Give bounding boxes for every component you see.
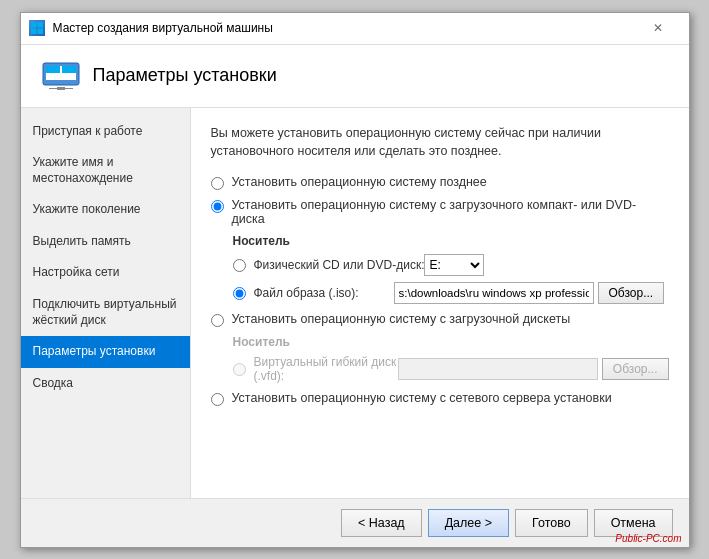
- radio-physical[interactable]: [233, 259, 246, 272]
- sidebar-item-mem[interactable]: Выделить память: [21, 226, 190, 258]
- label-floppy[interactable]: Установить операционную систему с загруз…: [232, 312, 571, 326]
- radio-later[interactable]: [211, 177, 224, 190]
- window-footer: < Назад Далее > Готово Отмена: [21, 498, 689, 547]
- window-body: Приступая к работе Укажите имя и местона…: [21, 108, 689, 498]
- iso-browse-button[interactable]: Обзор...: [598, 282, 665, 304]
- label-later[interactable]: Установить операционную систему позднее: [232, 175, 487, 189]
- header-icon: [41, 61, 81, 91]
- svg-rect-7: [62, 66, 76, 73]
- titlebar: Мастер создания виртуальной машины ✕: [21, 13, 689, 45]
- sidebar-item-net[interactable]: Настройка сети: [21, 257, 190, 289]
- floppy-sub-label: Носитель: [233, 335, 669, 349]
- sidebar-item-summary[interactable]: Сводка: [21, 368, 190, 400]
- sidebar-item-disk[interactable]: Подключить виртуальный жёсткий диск: [21, 289, 190, 336]
- svg-rect-3: [37, 29, 43, 35]
- window-title: Мастер создания виртуальной машины: [53, 21, 635, 35]
- svg-rect-6: [46, 66, 60, 73]
- option-floppy[interactable]: Установить операционную систему с загруз…: [211, 312, 669, 327]
- app-icon: [29, 20, 45, 36]
- vfd-path-input: [398, 358, 598, 380]
- cdrom-sub-label: Носитель: [233, 234, 669, 248]
- content-area: Вы можете установить операционную систем…: [191, 108, 689, 498]
- label-cdrom[interactable]: Установить операционную систему с загруз…: [232, 198, 669, 226]
- drive-select-group: E: D: F:: [424, 254, 484, 276]
- finish-button[interactable]: Готово: [515, 509, 588, 537]
- radio-network[interactable]: [211, 393, 224, 406]
- option-iso[interactable]: Файл образа (.iso): Обзор...: [233, 282, 669, 304]
- radio-floppy[interactable]: [211, 314, 224, 327]
- next-button[interactable]: Далее >: [428, 509, 509, 537]
- vfd-path-row: Обзор...: [398, 358, 669, 380]
- option-vfd: Виртуальный гибкий диск (.vfd): Обзор...: [233, 355, 669, 383]
- page-title: Параметры установки: [93, 65, 277, 86]
- label-physical[interactable]: Физический CD или DVD-диск:: [254, 258, 425, 272]
- sidebar-item-name[interactable]: Укажите имя и местонахождение: [21, 147, 190, 194]
- option-network[interactable]: Установить операционную систему с сетево…: [211, 391, 669, 406]
- sidebar-item-gen[interactable]: Укажите поколение: [21, 194, 190, 226]
- back-button[interactable]: < Назад: [341, 509, 422, 537]
- option-cdrom[interactable]: Установить операционную систему с загруз…: [211, 198, 669, 226]
- radio-vfd: [233, 363, 246, 376]
- watermark: Public-PC.com: [615, 533, 681, 544]
- label-vfd: Виртуальный гибкий диск (.vfd):: [254, 355, 398, 383]
- content-description: Вы можете установить операционную систем…: [211, 124, 669, 162]
- option-physical[interactable]: Физический CD или DVD-диск: E: D: F:: [233, 254, 669, 276]
- label-iso[interactable]: Файл образа (.iso):: [254, 286, 394, 300]
- floppy-subgroup: Носитель Виртуальный гибкий диск (.vfd):…: [233, 335, 669, 383]
- svg-rect-2: [31, 29, 37, 35]
- svg-rect-1: [37, 22, 43, 28]
- cdrom-subgroup: Носитель Физический CD или DVD-диск: E: …: [233, 234, 669, 304]
- radio-iso[interactable]: [233, 287, 246, 300]
- window-header: Параметры установки: [21, 45, 689, 108]
- sidebar-item-start[interactable]: Приступая к работе: [21, 116, 190, 148]
- iso-path-row: Обзор...: [394, 282, 665, 304]
- sidebar-item-install[interactable]: Параметры установки: [21, 336, 190, 368]
- option-later[interactable]: Установить операционную систему позднее: [211, 175, 669, 190]
- sidebar: Приступая к работе Укажите имя и местона…: [21, 108, 191, 498]
- iso-path-input[interactable]: [394, 282, 594, 304]
- radio-cdrom[interactable]: [211, 200, 224, 213]
- label-network[interactable]: Установить операционную систему с сетево…: [232, 391, 612, 405]
- svg-rect-0: [31, 22, 37, 28]
- close-button[interactable]: ✕: [635, 12, 681, 44]
- vfd-browse-button: Обзор...: [602, 358, 669, 380]
- drive-select[interactable]: E: D: F:: [424, 254, 484, 276]
- svg-rect-9: [49, 88, 73, 89]
